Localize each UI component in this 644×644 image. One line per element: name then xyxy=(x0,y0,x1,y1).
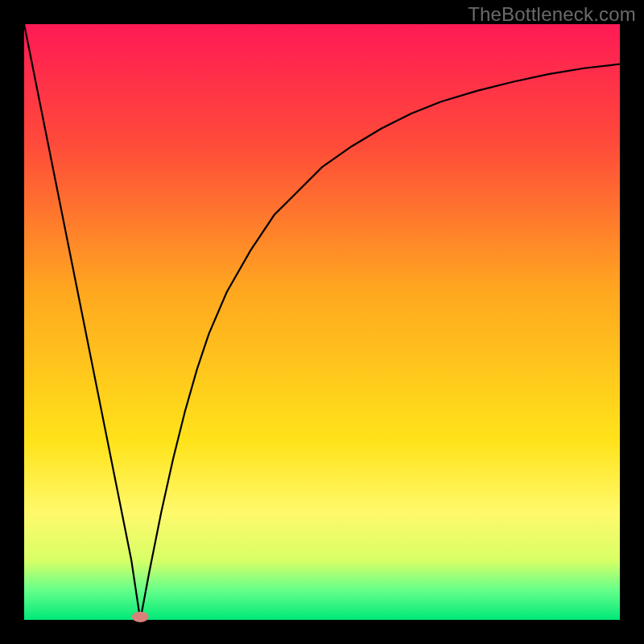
chart-container: { "watermark": "TheBottleneck.com", "cha… xyxy=(0,0,644,644)
plot-background xyxy=(24,24,620,620)
bottleneck-chart xyxy=(0,0,644,644)
minimum-marker xyxy=(132,612,149,622)
watermark-text: TheBottleneck.com xyxy=(468,3,636,26)
